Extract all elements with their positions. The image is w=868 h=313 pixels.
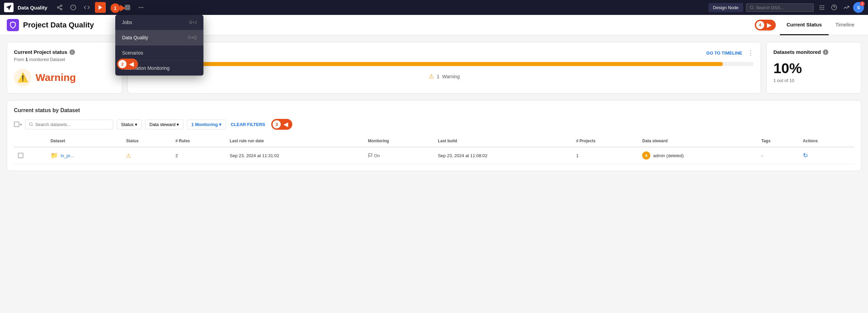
tab-current-status[interactable]: Current Status	[780, 15, 829, 35]
svg-point-16	[139, 7, 140, 8]
notification-badge: 1	[860, 1, 865, 6]
warning-display: ⚠️ Warning	[14, 69, 115, 86]
data-table: Dataset Status # Rules Last rule run dat…	[14, 135, 854, 164]
svg-marker-6	[98, 5, 102, 10]
status-card-title: Current Project status i	[14, 49, 115, 55]
warning-icon-circle: ⚠️	[14, 69, 32, 86]
top-nav: Data Quality Design Node S	[0, 0, 868, 15]
svg-point-0	[60, 5, 62, 7]
checkbox-chevron[interactable]: ▾	[20, 123, 22, 126]
callout-4-badge: 4 ▶	[755, 20, 776, 30]
status-info-icon[interactable]: i	[70, 49, 75, 55]
col-tags[interactable]: Tags	[757, 135, 799, 147]
svg-point-22	[822, 5, 823, 6]
dataset-search-input[interactable]	[35, 122, 110, 127]
svg-point-25	[822, 7, 823, 8]
row-status-cell: ⚠	[122, 147, 172, 164]
app-title: Data Quality	[18, 5, 47, 11]
search-input[interactable]	[756, 5, 810, 10]
svg-point-19	[750, 6, 753, 8]
svg-point-21	[820, 5, 821, 6]
steward-filter-button[interactable]: Data steward ▾	[145, 120, 184, 129]
svg-point-26	[823, 7, 824, 8]
dropdown-item-data-quality[interactable]: Data Quality G+Q	[115, 30, 203, 45]
progress-bar	[135, 62, 754, 66]
svg-point-17	[140, 7, 141, 8]
dataset-name[interactable]: tx_pr...	[61, 153, 74, 158]
col-monitoring[interactable]: Monitoring	[364, 135, 434, 147]
row-monitoring-cell: On	[364, 147, 434, 164]
svg-rect-11	[125, 5, 130, 10]
clear-filters-button[interactable]: CLEAR FILTERS	[231, 122, 265, 127]
chart-more-icon[interactable]: ⋮	[748, 49, 754, 57]
chart-card: GO TO TIMELINE ⋮ ⚠ 1 Warning	[127, 42, 761, 93]
row-last-build-cell: Sep 23, 2024 at 11:08:02	[434, 147, 572, 164]
status-filter-button[interactable]: Status ▾	[117, 120, 142, 129]
row-projects-cell: 1	[572, 147, 638, 164]
datasets-percentage: 10%	[773, 60, 854, 77]
row-checkbox[interactable]	[18, 153, 23, 158]
row-checkbox-cell[interactable]	[14, 147, 46, 164]
stats-icon[interactable]	[841, 2, 852, 13]
search-bar[interactable]	[746, 3, 814, 12]
monitoring-filter-button[interactable]: 1 Monitoring ▾	[187, 120, 226, 129]
steward-avatar: A	[642, 151, 650, 160]
circle-icon[interactable]	[68, 2, 79, 13]
row-rules-cell: 2	[172, 147, 226, 164]
callout-1-badge: 1	[111, 3, 120, 13]
refresh-icon[interactable]: ↻	[803, 152, 808, 159]
svg-line-32	[32, 125, 33, 126]
row-actions-cell[interactable]: ↻	[799, 147, 854, 164]
design-node-button[interactable]: Design Node	[708, 3, 743, 12]
chart-warning-row: ⚠ 1 Warning	[135, 73, 754, 80]
row-tags-cell: -	[757, 147, 799, 164]
warning-status-text: Warning	[36, 72, 76, 83]
svg-point-31	[29, 123, 33, 126]
svg-line-20	[753, 8, 753, 9]
col-last-build[interactable]: Last build	[434, 135, 572, 147]
svg-line-3	[59, 8, 60, 9]
table-row: 📁 tx_pr... ⚠ 2 Sep 23, 2024 at 11:31:02 …	[14, 147, 854, 164]
tab-timeline[interactable]: Timeline	[829, 15, 861, 35]
dataset-folder-icon: 📁	[51, 152, 58, 159]
dataset-search-wrap[interactable]	[25, 120, 113, 129]
svg-line-4	[59, 6, 60, 7]
col-last-run[interactable]: Last rule run date	[225, 135, 364, 147]
svg-point-18	[142, 7, 143, 8]
select-all-checkbox-wrap[interactable]: ▾	[14, 122, 22, 127]
col-dataset[interactable]: Dataset	[46, 135, 122, 147]
col-rules[interactable]: # Rules	[172, 135, 226, 147]
run-icon[interactable]	[95, 2, 106, 13]
table-header-row: Dataset Status # Rules Last rule run dat…	[14, 135, 854, 147]
select-all-checkbox[interactable]	[14, 122, 19, 127]
code-icon[interactable]	[81, 2, 92, 13]
col-checkbox	[14, 135, 46, 147]
app-logo[interactable]	[4, 3, 14, 12]
project-title: Project Data Quality	[23, 21, 94, 29]
svg-point-29	[823, 9, 824, 10]
nav-right-icons: S 1	[816, 2, 864, 13]
svg-point-24	[820, 7, 821, 8]
progress-bar-fill	[135, 62, 723, 66]
col-steward[interactable]: Data steward	[638, 135, 757, 147]
more-icon[interactable]	[136, 2, 146, 13]
svg-point-27	[820, 9, 821, 10]
help-icon[interactable]	[829, 2, 840, 13]
table-card: Current status by Dataset ▾ Status ▾ Dat…	[7, 100, 861, 171]
chart-card-header: GO TO TIMELINE ⋮	[135, 49, 754, 57]
share-icon[interactable]	[54, 2, 65, 13]
col-status[interactable]: Status	[122, 135, 172, 147]
callout-1-arrow	[120, 5, 125, 12]
datasets-info-icon[interactable]: i	[823, 49, 828, 55]
apps-icon[interactable]	[816, 2, 827, 13]
col-actions[interactable]: Actions	[799, 135, 854, 147]
go-timeline-button[interactable]: GO TO TIMELINE	[706, 50, 742, 56]
callout-2: 2 ◀	[117, 59, 138, 69]
user-avatar[interactable]: S 1	[853, 2, 864, 13]
status-card: Current Project status i From 1 monitore…	[7, 42, 122, 93]
svg-point-28	[822, 9, 823, 10]
header-tabs: Current Status Timeline	[780, 15, 861, 35]
dropdown-item-jobs[interactable]: Jobs G+J	[115, 15, 203, 30]
col-projects[interactable]: # Projects	[572, 135, 638, 147]
table-section-title: Current status by Dataset	[14, 107, 854, 113]
